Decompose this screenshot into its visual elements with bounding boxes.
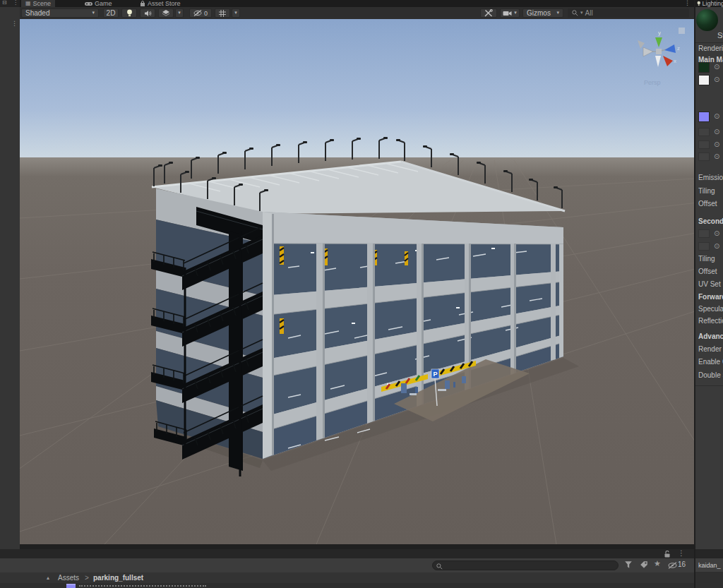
scene-audio-toggle[interactable] [140, 8, 155, 18]
editor-tools-button[interactable] [480, 8, 497, 18]
inspector-footer-spacer [695, 549, 723, 558]
scene-3d-viewport[interactable]: P [20, 19, 694, 544]
normal-map-swatch[interactable] [698, 112, 710, 122]
draw-mode-dropdown[interactable]: Shaded ▾ [21, 8, 99, 18]
persp-label[interactable]: Persp [644, 79, 661, 86]
detail-albedo-slot[interactable] [698, 229, 710, 238]
chevron-down-icon: ▾ [556, 11, 559, 16]
asset-row-partial[interactable] [0, 583, 694, 588]
asset-icon [66, 584, 76, 588]
scene-view-window: ▦ Scene Game Asset Store ⋮ Shaded ▾ 2D [20, 0, 694, 549]
row-offset-2[interactable]: Offset [698, 268, 723, 275]
albedo-color-swatch[interactable] [698, 62, 710, 73]
grid-dropdown[interactable]: ▾ [232, 8, 240, 18]
chevron-down-icon: ▾ [234, 11, 237, 16]
tab-lighting[interactable]: Lighting [695, 0, 723, 7]
texture-picker-icon[interactable]: ⊙ [714, 140, 719, 148]
grid-icon [219, 10, 226, 17]
parking-sign-p: P [433, 371, 437, 378]
project-toolbar: ★ 16 [0, 558, 694, 572]
texture-picker-icon[interactable]: ⊙ [714, 152, 719, 160]
scene-lighting-toggle[interactable] [121, 8, 137, 18]
row-forward-rendering: Forward Rendering Options [698, 293, 723, 301]
saved-search-star-icon[interactable]: ★ [654, 560, 661, 568]
breadcrumb-folder[interactable]: parking_fullset [93, 574, 143, 582]
row-emission[interactable]: Emission [698, 174, 723, 181]
texture-picker-icon[interactable]: ⊙ [714, 229, 719, 237]
occlusion-map-slot[interactable] [698, 140, 710, 149]
scene-camera-settings[interactable]: ▾ [500, 8, 520, 18]
search-by-label-icon[interactable] [640, 560, 648, 569]
detail-mask-slot[interactable] [698, 152, 710, 161]
lightbulb-icon [126, 9, 133, 17]
eye-slash-icon[interactable] [668, 562, 677, 569]
tab-game-label: Game [95, 0, 112, 7]
window-icon: ⊟ [2, 0, 7, 6]
scene-search-input[interactable]: ▾ All [568, 8, 689, 18]
row-uv-set[interactable]: UV Set [698, 280, 723, 288]
search-by-type-icon[interactable] [624, 560, 633, 569]
row-offset[interactable]: Offset [698, 200, 723, 208]
left-dock-panel: ⊟ ⋮ ⋮ [0, 0, 20, 558]
asset-preview-name[interactable]: kaidan_ [695, 558, 723, 572]
texture-picker-icon[interactable]: ⊙ [714, 242, 719, 250]
row-reflections[interactable]: Reflections [698, 317, 723, 325]
gizmo-label-y: y [658, 30, 661, 36]
gizmos-dropdown[interactable]: Gizmos ▾ [522, 8, 563, 18]
texture-picker-icon[interactable]: ⊙ [714, 63, 719, 71]
scene-toolbar: Shaded ▾ 2D ▾ 0 [20, 7, 694, 20]
texture-picker-icon[interactable]: ⊙ [714, 128, 719, 136]
search-filter-caret-icon: ▾ [580, 11, 583, 16]
row-specular-highlights[interactable]: Specular Highlights [698, 305, 723, 313]
collapse-triangle-icon[interactable]: ▴ [47, 575, 49, 581]
effects-dropdown[interactable]: ▾ [175, 8, 184, 18]
row-gpu-instancing[interactable]: Enable GPU Instancing [698, 358, 723, 366]
scene-grid-toggle[interactable] [215, 8, 230, 18]
effects-layers-icon [162, 10, 170, 17]
scene-window-bottom-edge[interactable] [20, 544, 694, 549]
row-rendering-mode[interactable]: Rendering Mode [698, 44, 723, 52]
row-secondary-maps: Secondary Maps [698, 217, 723, 225]
shader-name: Standard [717, 31, 723, 40]
texture-picker-icon[interactable]: ⊙ [714, 112, 719, 120]
project-search-input[interactable] [432, 560, 619, 570]
project-kebab-menu-icon[interactable]: ⋮ [678, 550, 685, 557]
search-filter-label: All [585, 9, 593, 17]
row-render-queue[interactable]: Render Queue [698, 345, 723, 353]
scene-render: P [20, 19, 694, 544]
scene-visibility-toggle[interactable]: 0 [189, 8, 212, 18]
row-tiling-2[interactable]: Tiling [698, 255, 723, 263]
project-window: ⋮ ★ 16 ▴ Assets > parking_fullset [0, 549, 694, 588]
kebab-menu-icon[interactable]: ⋮ [11, 20, 18, 27]
row-advanced-options: Advanced Options [698, 332, 723, 340]
2d-toggle-button[interactable]: 2D [103, 8, 119, 18]
tab-game[interactable]: Game [80, 0, 116, 7]
store-bag-icon [140, 1, 145, 7]
texture-picker-icon[interactable]: ⊙ [714, 76, 719, 83]
tab-asset-store[interactable]: Asset Store [136, 0, 185, 7]
scene-effects-toggle[interactable] [158, 8, 174, 18]
project-tab-bar: ⋮ [0, 549, 694, 558]
lightbulb-icon [697, 1, 700, 6]
material-preview-sphere [696, 9, 718, 31]
gamepad-icon [85, 1, 92, 6]
tab-scene[interactable]: ▦ Scene [21, 0, 55, 7]
eye-slash-icon [193, 10, 202, 16]
scene-kebab-menu-icon[interactable]: ⋮ [684, 0, 691, 6]
breadcrumb-separator: > [85, 574, 89, 582]
gizmo-corner-square [679, 28, 685, 34]
row-double-sided-gi[interactable]: Double Sided GI [698, 371, 723, 379]
detail-normal-slot[interactable] [698, 242, 710, 251]
project-hidden-count: 16 [678, 561, 686, 568]
draw-mode-label: Shaded [25, 9, 49, 17]
breadcrumb-assets[interactable]: Assets [58, 574, 79, 582]
gizmos-label: Gizmos [527, 9, 551, 17]
kebab-menu-icon[interactable]: ⋮ [13, 0, 18, 6]
height-map-slot[interactable] [698, 128, 710, 136]
unlock-icon[interactable] [664, 551, 671, 558]
row-tiling[interactable]: Tiling [698, 187, 723, 195]
metallic-swatch[interactable] [698, 75, 710, 85]
inspector-panel: Lighting Standard Rendering Mode Main Ma… [695, 0, 723, 588]
tab-asset-store-label: Asset Store [148, 0, 181, 7]
panel-divider[interactable] [694, 0, 695, 588]
